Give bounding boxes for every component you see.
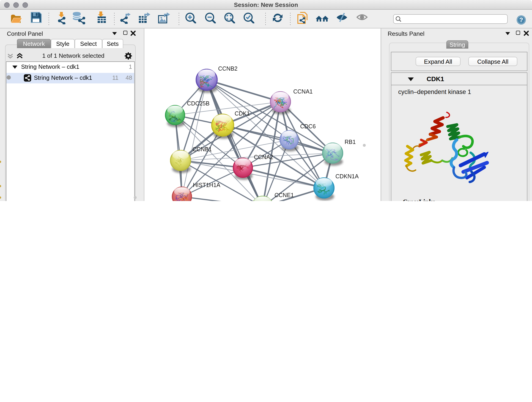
svg-text:CCNB1: CCNB1 [192,146,212,153]
svg-text:CCNE1: CCNE1 [274,192,294,198]
svg-text:CDC6: CDC6 [300,123,316,129]
svg-text:CDKN1A: CDKN1A [336,173,359,179]
svg-text:RB1: RB1 [345,139,356,145]
svg-text:CCNA2: CCNA2 [254,154,273,160]
svg-text:HIST1H1A: HIST1H1A [193,182,220,188]
svg-text:CDC25B: CDC25B [187,100,210,107]
svg-text:?: ? [519,17,523,23]
svg-text:CDK1: CDK1 [234,110,250,117]
svg-text:CCNB2: CCNB2 [218,65,238,72]
svg-text:CCNA1: CCNA1 [293,88,313,95]
